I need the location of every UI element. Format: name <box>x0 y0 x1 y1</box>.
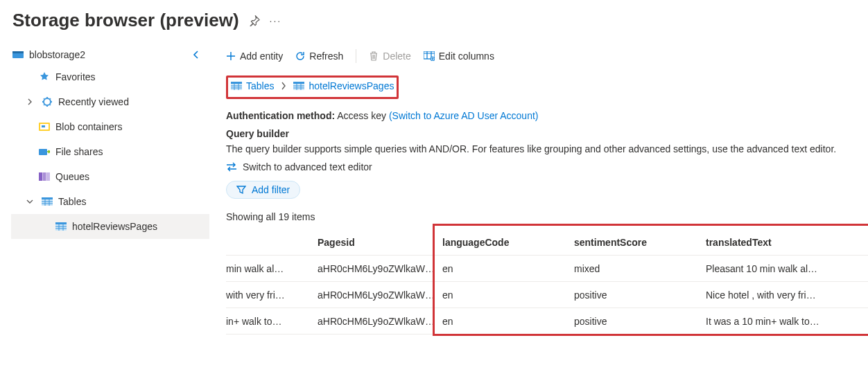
data-table: Pagesid languageCode sentimentScore tran… <box>226 229 868 335</box>
sidebar-item-file-shares[interactable]: File shares <box>11 139 209 164</box>
main-content: Add entity Refresh Delete Edit columns <box>209 38 868 340</box>
plus-icon <box>226 51 236 61</box>
button-label: Edit columns <box>439 51 494 62</box>
chevron-down-icon <box>26 198 36 205</box>
collapse-sidebar-icon[interactable] <box>193 50 200 60</box>
button-label: Delete <box>383 51 410 62</box>
sidebar-item-recently-viewed[interactable]: Recently viewed <box>11 89 209 114</box>
svg-rect-7 <box>39 172 42 181</box>
table-icon <box>293 82 304 90</box>
sidebar-label: hotelReviewsPages <box>72 221 157 232</box>
cell: en <box>442 289 574 301</box>
col-header[interactable]: Pagesid <box>318 237 442 248</box>
cell: aHR0cHM6Ly9oZWlkaW… <box>318 289 442 301</box>
refresh-button[interactable]: Refresh <box>295 51 343 62</box>
auth-method-line: Authentication method: Access key (Switc… <box>226 110 868 121</box>
col-header[interactable]: languageCode <box>442 237 574 248</box>
svg-rect-19 <box>293 82 304 84</box>
gear-clock-icon <box>42 96 53 107</box>
page-title: Storage browser (preview) <box>12 10 239 31</box>
breadcrumb-label: hotelReviewsPages <box>309 80 394 91</box>
swap-icon <box>226 162 237 172</box>
pin-icon[interactable] <box>249 15 260 26</box>
cell: aHR0cHM6Ly9oZWlkaW… <box>318 263 442 274</box>
cell: min walk al… <box>226 263 318 274</box>
sidebar-label: File shares <box>55 146 103 157</box>
cell: mixed <box>574 263 706 274</box>
storage-account-icon <box>12 50 24 60</box>
row-more-icon[interactable]: ··· <box>864 289 868 301</box>
svg-rect-5 <box>42 125 45 127</box>
storage-account-name[interactable]: blobstorage2 <box>29 49 85 60</box>
edit-columns-button[interactable]: Edit columns <box>424 51 494 62</box>
col-header[interactable]: sentimentScore <box>574 237 706 248</box>
table-icon <box>231 82 242 90</box>
table-row[interactable]: min walk al… aHR0cHM6Ly9oZWlkaW… en mixe… <box>226 256 868 282</box>
svg-point-2 <box>44 98 51 105</box>
sidebar-label: Recently viewed <box>58 96 129 107</box>
toolbar-separator <box>356 49 356 63</box>
cell: positive <box>574 289 706 301</box>
svg-rect-17 <box>231 82 242 84</box>
svg-rect-6 <box>39 149 47 155</box>
auth-label: Authentication method: <box>226 110 335 121</box>
table-icon <box>55 222 67 231</box>
refresh-icon <box>295 51 305 61</box>
container-icon <box>39 123 50 131</box>
auth-value: Access key <box>337 110 386 121</box>
add-filter-button[interactable]: Add filter <box>226 181 300 199</box>
switch-auth-link[interactable]: (Switch to Azure AD User Account) <box>389 110 539 121</box>
button-label: Refresh <box>309 51 343 62</box>
svg-rect-13 <box>55 222 67 224</box>
cell: aHR0cHM6Ly9oZWlkaW… <box>318 316 442 327</box>
breadcrumb: Tables hotelReviewsPages <box>226 75 399 99</box>
sidebar: blobstorage2 Favorites Recently vie <box>0 38 209 340</box>
chevron-right-icon <box>281 82 286 90</box>
cell: in+ walk to… <box>226 316 318 327</box>
sidebar-item-favorites[interactable]: Favorites <box>11 64 209 89</box>
sidebar-tree: Favorites Recently viewed Blob container… <box>11 64 209 239</box>
row-more-icon[interactable]: ··· <box>864 316 868 327</box>
delete-button: Delete <box>369 51 410 62</box>
svg-rect-11 <box>42 197 53 199</box>
sidebar-label: Queues <box>55 171 89 182</box>
cell: It was a 10 min+ walk to… <box>706 316 864 327</box>
sidebar-label: Favorites <box>55 71 96 82</box>
svg-rect-9 <box>46 172 50 181</box>
toolbar: Add entity Refresh Delete Edit columns <box>226 44 868 69</box>
star-icon <box>39 71 50 82</box>
item-count: Showing all 19 items <box>226 211 868 222</box>
sidebar-label: Tables <box>58 196 86 207</box>
svg-rect-8 <box>43 172 46 181</box>
cell: positive <box>574 316 706 327</box>
button-label: Add entity <box>240 51 283 62</box>
col-header[interactable]: translatedText <box>706 237 864 248</box>
page-header: Storage browser (preview) ··· <box>0 0 868 38</box>
button-label: Add filter <box>252 184 290 195</box>
sidebar-item-tables[interactable]: Tables <box>11 189 209 214</box>
sidebar-label: Blob containers <box>55 121 123 132</box>
breadcrumb-current[interactable]: hotelReviewsPages <box>293 80 394 91</box>
filter-icon <box>236 185 246 195</box>
breadcrumb-label: Tables <box>246 80 274 91</box>
row-more-icon[interactable]: ··· <box>864 263 868 274</box>
query-builder-description: The query builder supports simple querie… <box>226 143 868 154</box>
table-row[interactable]: with very fri… aHR0cHM6Ly9oZWlkaW… en po… <box>226 282 868 308</box>
table-header-row: Pagesid languageCode sentimentScore tran… <box>226 229 868 256</box>
sidebar-item-blob-containers[interactable]: Blob containers <box>11 114 209 139</box>
queue-icon <box>39 172 50 181</box>
trash-icon <box>369 51 379 61</box>
add-entity-button[interactable]: Add entity <box>226 51 283 62</box>
columns-icon <box>424 51 435 61</box>
table-icon <box>42 197 53 206</box>
switch-editor-button[interactable]: Switch to advanced text editor <box>226 161 868 172</box>
table-row[interactable]: in+ walk to… aHR0cHM6Ly9oZWlkaW… en posi… <box>226 308 868 335</box>
cell: Nice hotel , with very fri… <box>706 289 864 301</box>
query-builder-title: Query builder <box>226 128 868 139</box>
svg-rect-1 <box>12 51 24 53</box>
sidebar-item-hotelreviewspages[interactable]: hotelReviewsPages <box>11 214 209 239</box>
more-icon[interactable]: ··· <box>270 15 282 26</box>
breadcrumb-tables[interactable]: Tables <box>231 80 274 91</box>
sidebar-item-queues[interactable]: Queues <box>11 164 209 189</box>
cell: with very fri… <box>226 289 318 301</box>
